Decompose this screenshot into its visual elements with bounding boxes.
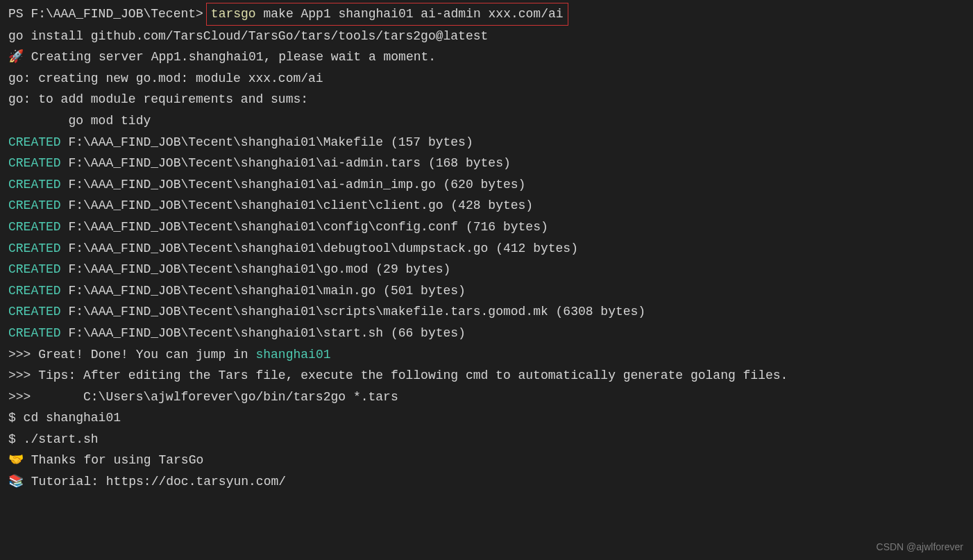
created-file-line: CREATED F:\AAA_FIND_JOB\Tecent\shanghai0… (8, 195, 965, 217)
output-cd-line: $ cd shanghai01 (8, 407, 965, 429)
prompt-line: PS F:\AAA_FIND_JOB\Tecent> tarsgo make A… (8, 3, 965, 26)
created-path: F:\AAA_FIND_JOB\Tecent\shanghai01\ai-adm… (61, 178, 526, 192)
created-path: F:\AAA_FIND_JOB\Tecent\shanghai01\go.mod… (61, 262, 451, 276)
watermark: CSDN @ajwlforever (877, 539, 963, 556)
created-path: F:\AAA_FIND_JOB\Tecent\shanghai01\debugt… (61, 241, 578, 255)
created-label: CREATED (8, 262, 61, 276)
done-prefix: >>> Great! Done! You can jump in (8, 348, 255, 362)
created-files-list: CREATED F:\AAA_FIND_JOB\Tecent\shanghai0… (8, 132, 965, 344)
created-path: F:\AAA_FIND_JOB\Tecent\shanghai01\main.g… (61, 284, 466, 298)
created-path: F:\AAA_FIND_JOB\Tecent\shanghai01\Makefi… (61, 135, 473, 149)
output-tips-cmd-line: >>> C:\Users\ajwlforever\go/bin/tars2go … (8, 387, 965, 408)
created-label: CREATED (8, 241, 61, 255)
output-line: 🚀 Creating server App1.shanghai01, pleas… (8, 46, 965, 68)
created-file-line: CREATED F:\AAA_FIND_JOB\Tecent\shanghai0… (8, 238, 965, 260)
terminal-output: PS F:\AAA_FIND_JOB\Tecent> tarsgo make A… (8, 3, 965, 493)
done-target: shanghai01 (255, 348, 330, 362)
output-done-line: >>> Great! Done! You can jump in shangha… (8, 344, 965, 366)
created-path: F:\AAA_FIND_JOB\Tecent\shanghai01\script… (61, 305, 646, 319)
created-file-line: CREATED F:\AAA_FIND_JOB\Tecent\shanghai0… (8, 217, 965, 238)
created-label: CREATED (8, 305, 61, 319)
output-start-line: $ ./start.sh (8, 429, 965, 450)
output-thanks-line: 🤝 Thanks for using TarsGo (8, 450, 965, 471)
created-label: CREATED (8, 326, 61, 340)
created-path: F:\AAA_FIND_JOB\Tecent\shanghai01\ai-adm… (61, 156, 511, 170)
created-label: CREATED (8, 220, 61, 234)
output-tips-line: >>> Tips: After editing the Tars file, e… (8, 365, 965, 387)
output-tutorial-line: 📚 Tutorial: https://doc.tarsyun.com/ (8, 471, 965, 493)
output-line: go mod tidy (8, 110, 965, 132)
created-file-line: CREATED F:\AAA_FIND_JOB\Tecent\shanghai0… (8, 153, 965, 174)
command-name: tarsgo (211, 7, 256, 21)
command-args: make App1 shanghai01 ai-admin xxx.com/ai (256, 7, 564, 21)
created-file-line: CREATED F:\AAA_FIND_JOB\Tecent\shanghai0… (8, 280, 965, 302)
created-file-line: CREATED F:\AAA_FIND_JOB\Tecent\shanghai0… (8, 259, 965, 280)
created-label: CREATED (8, 198, 61, 212)
created-file-line: CREATED F:\AAA_FIND_JOB\Tecent\shanghai0… (8, 301, 965, 323)
output-line: go: to add module requirements and sums: (8, 89, 965, 110)
created-path: F:\AAA_FIND_JOB\Tecent\shanghai01\config… (61, 220, 548, 234)
command-highlight-box: tarsgo make App1 shanghai01 ai-admin xxx… (206, 3, 568, 26)
created-label: CREATED (8, 135, 61, 149)
created-file-line: CREATED F:\AAA_FIND_JOB\Tecent\shanghai0… (8, 323, 965, 344)
created-file-line: CREATED F:\AAA_FIND_JOB\Tecent\shanghai0… (8, 174, 965, 196)
output-line: go: creating new go.mod: module xxx.com/… (8, 68, 965, 90)
created-path: F:\AAA_FIND_JOB\Tecent\shanghai01\start.… (61, 326, 466, 340)
created-label: CREATED (8, 178, 61, 192)
created-file-line: CREATED F:\AAA_FIND_JOB\Tecent\shanghai0… (8, 132, 965, 153)
prompt-path: PS F:\AAA_FIND_JOB\Tecent> (8, 3, 203, 25)
output-line: go install github.com/TarsCloud/TarsGo/t… (8, 26, 965, 47)
created-path: F:\AAA_FIND_JOB\Tecent\shanghai01\client… (61, 198, 534, 212)
created-label: CREATED (8, 156, 61, 170)
created-label: CREATED (8, 284, 61, 298)
